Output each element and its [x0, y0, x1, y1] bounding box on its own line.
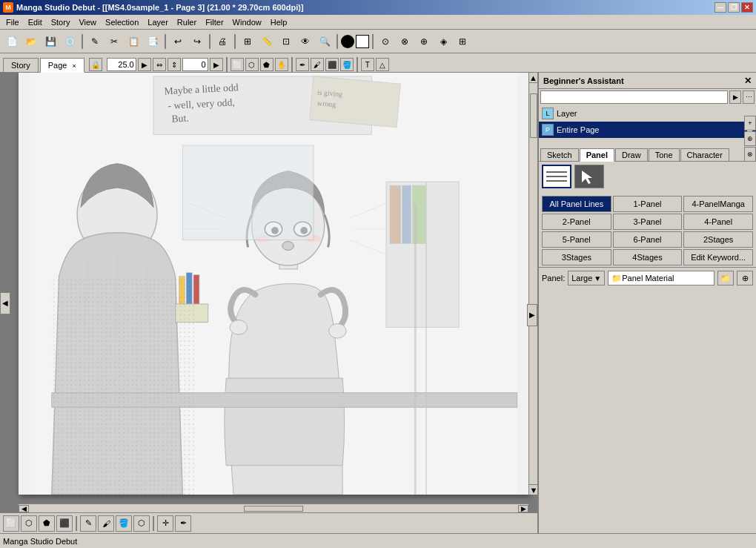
- ruler-btn[interactable]: 📏: [258, 33, 276, 50]
- menu-layer[interactable]: Layer: [143, 16, 173, 28]
- extra1-btn[interactable]: ⊙: [377, 33, 394, 50]
- tool3-btn[interactable]: 📋: [125, 33, 142, 50]
- scroll-down-btn[interactable]: ▼: [529, 484, 537, 495]
- btn-2-panel[interactable]: 2-Panel: [542, 214, 611, 230]
- btn-all-panel-lines[interactable]: All Panel Lines: [542, 196, 611, 212]
- zoom-flip-btn[interactable]: ⇕: [168, 58, 181, 71]
- btn-4-panel-manga[interactable]: 4-PanelManga: [683, 196, 753, 212]
- brush-btn[interactable]: 🖌: [311, 58, 324, 71]
- tab-tone[interactable]: Tone: [649, 148, 680, 161]
- tab-ctrl-lock[interactable]: 🔒: [89, 58, 102, 71]
- btn-edit-keyword[interactable]: Edit Keyword...: [683, 249, 753, 265]
- extra5-btn[interactable]: ⊞: [454, 33, 471, 50]
- angle-input[interactable]: [182, 58, 208, 71]
- tool4-btn[interactable]: 📑: [144, 33, 162, 50]
- h-scroll-thumb[interactable]: [244, 506, 303, 512]
- move-btn[interactable]: ✋: [275, 58, 288, 71]
- extra2-btn[interactable]: ⊗: [396, 33, 414, 50]
- btn-4-stages[interactable]: 4Stages: [613, 249, 683, 265]
- menu-help[interactable]: Help: [266, 16, 292, 28]
- zoom-input[interactable]: [107, 58, 136, 71]
- zoom-play-btn[interactable]: ▶: [138, 58, 151, 71]
- menu-story[interactable]: Story: [47, 16, 75, 28]
- panel-collapse-arrow[interactable]: ▶: [527, 304, 537, 326]
- fill2-btn[interactable]: 🪣: [116, 515, 132, 532]
- redo-btn[interactable]: ↪: [188, 33, 206, 50]
- layer-search-btn[interactable]: ▶: [729, 90, 741, 104]
- panel-close-btn[interactable]: ✕: [744, 76, 752, 86]
- btn-4-panel[interactable]: 4-Panel: [683, 214, 753, 230]
- shape-btn[interactable]: △: [376, 58, 389, 71]
- tab-draw[interactable]: Draw: [615, 148, 648, 161]
- tab-panel[interactable]: Panel: [580, 148, 614, 162]
- btn-6-panel[interactable]: 6-Panel: [613, 231, 683, 248]
- menu-filter[interactable]: Filter: [201, 16, 228, 28]
- fill-btn[interactable]: 🪣: [340, 58, 354, 71]
- magnet-btn[interactable]: ⊡: [277, 33, 295, 50]
- select-btn[interactable]: ⬜: [231, 58, 244, 71]
- tool1-btn[interactable]: ✎: [86, 33, 104, 50]
- print-btn[interactable]: 🖨: [213, 33, 231, 50]
- panel-action-btn1[interactable]: 📁: [717, 271, 734, 285]
- layer-options-btn[interactable]: ⋯: [743, 90, 755, 104]
- tab-page-close[interactable]: ×: [72, 62, 76, 70]
- horizontal-scrollbar[interactable]: ◀ ▶: [19, 504, 528, 512]
- layer-search-input[interactable]: [540, 90, 728, 104]
- menu-edit[interactable]: Edit: [24, 16, 47, 28]
- minimize-button[interactable]: —: [714, 2, 726, 13]
- erase2-btn[interactable]: ⬡: [133, 515, 150, 532]
- pen2-btn[interactable]: ✒: [175, 515, 191, 532]
- vertical-scrollbar[interactable]: ▲ ▼: [528, 73, 537, 495]
- eraser-btn[interactable]: ⬛: [325, 58, 339, 71]
- zoom-mirror-btn[interactable]: ⇔: [153, 58, 166, 71]
- scroll-right-btn[interactable]: ▶: [518, 505, 528, 512]
- scroll-thumb[interactable]: [530, 93, 537, 138]
- tab-page[interactable]: Page ×: [40, 58, 84, 73]
- new-btn[interactable]: 📄: [3, 33, 21, 50]
- btn-2-stages[interactable]: 2Stages: [683, 231, 753, 248]
- restore-button[interactable]: ❐: [728, 2, 740, 13]
- tab-sketch[interactable]: Sketch: [540, 148, 579, 161]
- pencil-btn[interactable]: ✎: [80, 515, 96, 532]
- lasso-btn[interactable]: ⬡: [245, 58, 259, 71]
- layer-row-entire-page[interactable]: P Entire Page ▶: [539, 122, 756, 138]
- menu-file[interactable]: File: [1, 16, 24, 28]
- extra4-btn[interactable]: ◈: [434, 33, 452, 50]
- btn-3-panel[interactable]: 3-Panel: [613, 214, 683, 230]
- canvas-scroll-area[interactable]: Maybe a little odd - well, very odd, But…: [0, 73, 537, 504]
- btn-1-panel[interactable]: 1-Panel: [613, 196, 683, 212]
- extra3-btn[interactable]: ⊕: [415, 33, 433, 50]
- menu-selection[interactable]: Selection: [101, 16, 143, 28]
- color2-btn[interactable]: [356, 35, 369, 48]
- angle-play-btn[interactable]: ▶: [210, 58, 223, 71]
- zoom-btn[interactable]: 🔍: [316, 33, 334, 50]
- btn-5-panel[interactable]: 5-Panel: [542, 231, 611, 248]
- undo-btn[interactable]: ↩: [169, 33, 187, 50]
- panel-size-select[interactable]: Large ▼: [568, 271, 605, 285]
- pen-btn[interactable]: ✒: [296, 58, 309, 71]
- menu-view[interactable]: View: [74, 16, 101, 28]
- layer-side-btn2[interactable]: ⊕: [744, 131, 756, 146]
- tab-character[interactable]: Character: [680, 148, 729, 161]
- color1-btn[interactable]: [341, 35, 354, 48]
- panel-icon-lines[interactable]: [542, 165, 571, 188]
- panel-action-btn2[interactable]: ⊕: [737, 271, 753, 285]
- eye-btn[interactable]: 👁: [296, 33, 314, 50]
- menu-ruler[interactable]: Ruler: [173, 16, 201, 28]
- select-ellipse-btn[interactable]: ⬟: [39, 515, 55, 532]
- scroll-left-btn[interactable]: ◀: [19, 505, 29, 512]
- move2-btn[interactable]: ✛: [157, 515, 173, 532]
- save2-btn[interactable]: 💿: [61, 33, 79, 50]
- menu-window[interactable]: Window: [228, 16, 266, 28]
- layer-side-btn1[interactable]: +: [744, 116, 756, 131]
- tool2-btn[interactable]: ✂: [105, 33, 123, 50]
- tab-story[interactable]: Story: [3, 58, 39, 72]
- select-magic-btn[interactable]: ⬛: [56, 515, 73, 532]
- magic-btn[interactable]: ⬟: [260, 58, 273, 71]
- layer-side-btn3[interactable]: ⊗: [744, 147, 756, 162]
- btn-3-stages[interactable]: 3Stages: [542, 249, 611, 265]
- scroll-up-btn[interactable]: ▲: [529, 73, 537, 83]
- grid-btn[interactable]: ⊞: [239, 33, 256, 50]
- save-btn[interactable]: 💾: [42, 33, 59, 50]
- text-btn[interactable]: T: [361, 58, 374, 71]
